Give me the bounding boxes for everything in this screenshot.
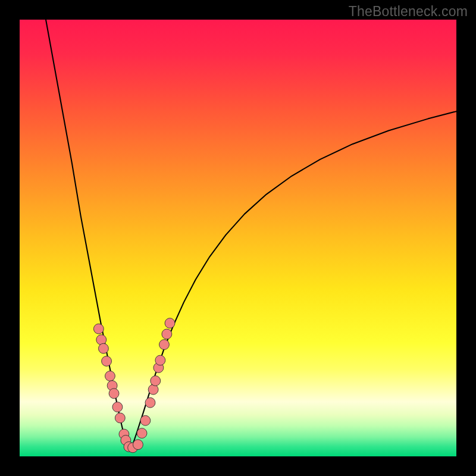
data-markers <box>93 318 175 453</box>
data-marker <box>145 397 155 408</box>
data-marker <box>112 402 123 412</box>
plot-area <box>20 20 456 456</box>
data-marker <box>98 343 108 353</box>
data-marker <box>105 371 115 381</box>
data-marker <box>162 329 172 339</box>
data-marker <box>159 340 170 350</box>
data-marker <box>115 413 125 423</box>
data-marker <box>140 415 151 425</box>
data-marker <box>151 376 161 386</box>
data-marker <box>96 335 107 345</box>
right-branch-curve <box>129 111 457 450</box>
data-marker <box>148 384 158 394</box>
data-marker <box>165 318 175 328</box>
data-marker <box>102 356 112 367</box>
data-marker <box>133 440 143 450</box>
data-marker <box>109 389 119 399</box>
watermark-text: TheBottleneck.com <box>349 4 468 20</box>
curve-layer <box>20 20 456 456</box>
data-marker <box>155 355 165 365</box>
data-marker <box>93 324 104 334</box>
data-marker <box>137 428 147 439</box>
chart-frame: TheBottleneck.com <box>0 0 476 476</box>
